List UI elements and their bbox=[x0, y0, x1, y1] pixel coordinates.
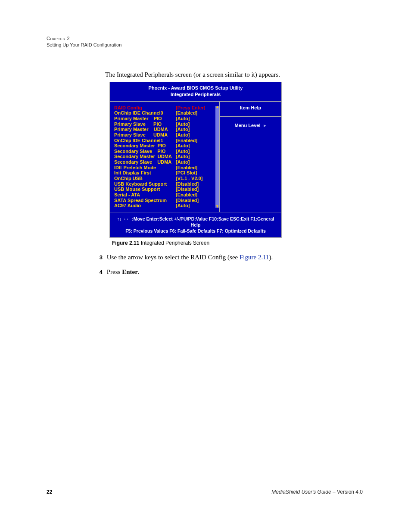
step-3: 3 Use the arrow keys to select the RAID … bbox=[94, 254, 273, 261]
step-text: Use the arrow keys to select the RAID Co… bbox=[107, 254, 240, 261]
page-footer-right: MediaShield User's Guide – Version 4.0 bbox=[271, 489, 363, 495]
bios-setting-label: Primary Slave PIO bbox=[114, 121, 176, 127]
bios-setting-row[interactable]: USB Keyboard Support[Disabled] bbox=[114, 181, 219, 187]
bios-setting-value: [Enabled] bbox=[176, 165, 197, 171]
bios-setting-label: USB Keyboard Support bbox=[114, 181, 176, 187]
bios-setting-value: [Enabled] bbox=[176, 192, 197, 198]
bios-footer: ↑↓→← :Move Enter:Select +/-/PU/PD:Value … bbox=[110, 212, 281, 238]
bios-setting-value: [Auto] bbox=[176, 143, 190, 149]
bios-setting-row[interactable]: Secondary Slave PIO[Auto] bbox=[114, 149, 219, 154]
bios-setting-value: [Auto] bbox=[176, 121, 190, 127]
bios-setting-value: [Auto] bbox=[176, 127, 190, 132]
bios-setting-label: Secondary Slave UDMA bbox=[114, 159, 176, 165]
bios-setting-label: SATA Spread Spectrum bbox=[114, 198, 176, 203]
bios-setting-value: [Disabled] bbox=[176, 181, 199, 187]
bios-setting-label: Secondary Master PIO bbox=[114, 143, 176, 149]
item-help-label: Item Help bbox=[220, 105, 281, 110]
bios-setting-row[interactable]: Primary Slave PIO[Auto] bbox=[114, 121, 219, 127]
bios-setting-value: [PCI Slot] bbox=[176, 170, 197, 176]
bios-setting-label: RAID Config bbox=[114, 105, 176, 111]
bios-setting-label: Primary Master PIO bbox=[114, 116, 176, 121]
page-header: Chapter 2 Setting Up Your RAID Configura… bbox=[47, 35, 121, 49]
figure-caption: Figure 2.11 Integrated Peripherals Scree… bbox=[112, 240, 209, 246]
bios-setting-row[interactable]: Init Display First[PCI Slot] bbox=[114, 170, 219, 176]
bios-title-line2: Integrated Peripherals bbox=[110, 91, 281, 98]
bios-footer-line2: F5: Previous Values F6: Fail-Safe Defaul… bbox=[112, 228, 280, 234]
menu-level-arrow-icon bbox=[264, 124, 266, 127]
bios-setting-value: [Disabled] bbox=[176, 187, 199, 192]
bios-setting-label: Secondary Master UDMA bbox=[114, 154, 176, 159]
menu-level-row: Menu Level bbox=[220, 116, 281, 128]
scroll-down-icon[interactable]: ▼ bbox=[215, 205, 219, 208]
footer-sep: – bbox=[331, 489, 337, 495]
bios-setting-row[interactable]: OnChip USB[V1.1 - V2.0] bbox=[114, 176, 219, 181]
bios-screenshot: Phoenix - Award BIOS CMOS Setup Utility … bbox=[109, 82, 282, 238]
bios-setting-row[interactable]: OnChip IDE Channel0[Enabled] bbox=[114, 110, 219, 116]
bios-setting-label: IDE Prefetch Mode bbox=[114, 165, 176, 171]
bios-setting-value: [Auto] bbox=[176, 203, 190, 208]
bios-setting-label: OnChip USB bbox=[114, 176, 176, 181]
figure-label: Figure 2.11 bbox=[112, 240, 139, 246]
bios-setting-label: OnChip IDE Channel0 bbox=[114, 110, 176, 116]
bios-settings-panel: RAID Config[Press Enter]OnChip IDE Chann… bbox=[110, 102, 220, 212]
bios-setting-row[interactable]: AC97 Audio[Auto] bbox=[114, 203, 219, 208]
bios-setting-row[interactable]: Primary Slave UDMA[Auto] bbox=[114, 132, 219, 138]
bios-setting-row[interactable]: Primary Master UDMA[Auto] bbox=[114, 127, 219, 132]
bios-setting-label: Primary Master UDMA bbox=[114, 127, 176, 132]
bios-setting-row[interactable]: Secondary Master UDMA[Auto] bbox=[114, 154, 219, 159]
section-title: Setting Up Your RAID Configuration bbox=[47, 42, 121, 48]
bios-setting-value: [Enabled] bbox=[176, 110, 197, 116]
bios-footer-line1: ↑↓→← :Move Enter:Select +/-/PU/PD:Value … bbox=[112, 216, 280, 228]
bios-setting-value: [Auto] bbox=[176, 149, 190, 154]
bios-setting-row[interactable]: Secondary Slave UDMA[Auto] bbox=[114, 159, 219, 165]
bios-setting-label: USB Mouse Support bbox=[114, 187, 176, 192]
step-text-post: ). bbox=[269, 254, 273, 261]
bios-setting-label: Init Display First bbox=[114, 170, 176, 176]
guide-title: MediaShield User's Guide bbox=[271, 489, 331, 495]
bios-setting-value: [V1.1 - V2.0] bbox=[176, 176, 202, 181]
scroll-up-icon[interactable]: ▲ bbox=[215, 105, 219, 109]
page-number: 22 bbox=[47, 489, 52, 495]
bios-body: RAID Config[Press Enter]OnChip IDE Chann… bbox=[110, 102, 281, 212]
figure-text: Integrated Peripherals Screen bbox=[139, 240, 209, 246]
bios-scrollbar[interactable]: ▲ ▼ bbox=[215, 106, 219, 208]
intro-text: The Integrated Peripherals screen (or a … bbox=[105, 71, 280, 78]
bios-setting-value: [Enabled] bbox=[176, 138, 197, 143]
bios-setting-label: OnChip IDE Channel1 bbox=[114, 138, 176, 143]
bios-setting-label: Serial - ATA bbox=[114, 192, 176, 198]
bios-setting-row[interactable]: USB Mouse Support[Disabled] bbox=[114, 187, 219, 192]
bios-setting-row[interactable]: IDE Prefetch Mode[Enabled] bbox=[114, 165, 219, 171]
bios-setting-label: Primary Slave UDMA bbox=[114, 132, 176, 138]
bios-setting-row[interactable]: Serial - ATA[Enabled] bbox=[114, 192, 219, 198]
guide-version: Version 4.0 bbox=[337, 489, 363, 495]
step-number: 3 bbox=[94, 254, 103, 261]
bios-setting-label: AC97 Audio bbox=[114, 203, 176, 208]
bios-title-line1: Phoenix - Award BIOS CMOS Setup Utility bbox=[110, 85, 281, 91]
step-text-post: . bbox=[138, 268, 140, 275]
bios-setting-value: [Disabled] bbox=[176, 198, 199, 203]
bios-help-panel: Item Help Menu Level bbox=[220, 102, 281, 212]
bios-title: Phoenix - Award BIOS CMOS Setup Utility … bbox=[110, 82, 281, 102]
bios-setting-row[interactable]: OnChip IDE Channel1[Enabled] bbox=[114, 138, 219, 143]
chapter-label: Chapter 2 bbox=[47, 35, 121, 42]
bios-setting-value: [Auto] bbox=[176, 132, 190, 138]
bios-setting-row[interactable]: Secondary Master PIO[Auto] bbox=[114, 143, 219, 149]
bios-setting-value: [Auto] bbox=[176, 159, 190, 165]
step-text: Press bbox=[107, 268, 122, 275]
bios-setting-value: [Press Enter] bbox=[176, 105, 205, 111]
step-4: 4 Press Enter. bbox=[94, 268, 140, 276]
step-bold: Enter bbox=[122, 268, 138, 275]
figure-xref[interactable]: Figure 2.11 bbox=[240, 254, 269, 261]
bios-setting-row[interactable]: SATA Spread Spectrum[Disabled] bbox=[114, 198, 219, 203]
bios-setting-row[interactable]: Primary Master PIO[Auto] bbox=[114, 116, 219, 121]
bios-setting-value: [Auto] bbox=[176, 116, 190, 121]
menu-level-label: Menu Level bbox=[235, 123, 261, 128]
step-number: 4 bbox=[94, 269, 103, 275]
bios-setting-row[interactable]: RAID Config[Press Enter] bbox=[114, 105, 219, 111]
bios-setting-label: Secondary Slave PIO bbox=[114, 149, 176, 154]
bios-setting-value: [Auto] bbox=[176, 154, 190, 159]
